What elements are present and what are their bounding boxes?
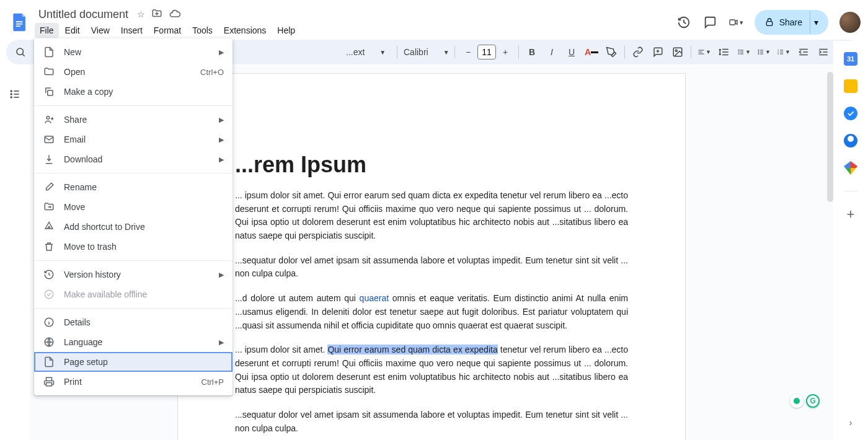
svg-point-7 xyxy=(675,50,677,51)
print-icon xyxy=(43,376,55,388)
history-icon[interactable] xyxy=(676,15,691,30)
grammarly-icon[interactable]: G xyxy=(806,394,820,408)
menu-extensions[interactable]: Extensions xyxy=(219,23,271,38)
font-size-input[interactable] xyxy=(477,45,496,59)
menu-item-shortcut[interactable]: Add shortcut to Drive xyxy=(34,217,232,237)
history-icon xyxy=(43,268,55,281)
menu-item-download[interactable]: Download▶ xyxy=(34,149,232,169)
align-button[interactable]: ▼ xyxy=(695,43,714,61)
meet-icon[interactable]: ▾ xyxy=(728,15,743,30)
indent-decrease-button[interactable] xyxy=(794,43,813,61)
numbered-list-button[interactable]: 123▼ xyxy=(774,43,793,61)
svg-point-5 xyxy=(17,48,24,55)
menu-item-offline: Make available offline xyxy=(34,284,232,304)
doc-heading[interactable]: ...rem Ipsum xyxy=(235,152,628,178)
link-button[interactable] xyxy=(629,43,647,61)
menu-format[interactable]: Format xyxy=(149,23,186,38)
menu-edit[interactable]: Edit xyxy=(60,23,85,38)
search-icon[interactable] xyxy=(11,43,30,61)
menu-item-share[interactable]: Share▶ xyxy=(34,110,232,130)
menu-view[interactable]: View xyxy=(86,23,115,38)
document-title[interactable]: Untitled document xyxy=(35,8,132,21)
highlight-button[interactable] xyxy=(602,43,621,61)
cloud-status-icon[interactable] xyxy=(169,7,181,22)
menu-help[interactable]: Help xyxy=(272,23,300,38)
chevron-right-icon: ▶ xyxy=(219,271,224,279)
menu-item-copy[interactable]: Make a copy xyxy=(34,82,232,102)
share-button[interactable]: Share ▾ xyxy=(755,10,828,35)
doc-link[interactable]: quaerat xyxy=(360,293,389,303)
menubar: File Edit View Insert Format Tools Exten… xyxy=(35,22,676,38)
share-caret-icon[interactable]: ▾ xyxy=(810,11,822,33)
svg-point-19 xyxy=(46,117,50,120)
offline-icon xyxy=(43,288,55,301)
header: Untitled document ☆ File Edit View Inser… xyxy=(0,0,868,40)
svg-rect-3 xyxy=(730,20,735,25)
line-spacing-button[interactable] xyxy=(715,43,733,61)
decrease-font-button[interactable]: − xyxy=(459,43,477,61)
scrollbar[interactable] xyxy=(827,72,833,202)
menu-item-open[interactable]: OpenCtrl+O xyxy=(34,62,232,82)
add-addon-button[interactable]: + xyxy=(844,208,857,221)
menu-tools[interactable]: Tools xyxy=(187,23,218,38)
svg-rect-18 xyxy=(48,90,53,95)
keep-icon[interactable] xyxy=(844,79,857,93)
menu-item-print[interactable]: PrintCtrl+P xyxy=(34,372,232,392)
menu-item-rename[interactable]: Rename xyxy=(34,177,232,197)
assistant-badges[interactable]: G xyxy=(790,394,820,408)
bold-button[interactable]: B xyxy=(523,43,541,61)
page-icon xyxy=(43,356,55,368)
docs-logo[interactable] xyxy=(7,10,32,35)
indent-increase-button[interactable] xyxy=(814,43,833,61)
style-select[interactable]: ...ext▼ xyxy=(343,43,393,61)
add-comment-button[interactable] xyxy=(649,43,667,61)
folder-icon xyxy=(43,66,55,78)
svg-point-17 xyxy=(794,398,800,404)
account-avatar[interactable] xyxy=(839,12,861,33)
paragraph[interactable]: ...sequatur dolor vel amet ipsam sit ass… xyxy=(235,254,628,281)
chevron-right-icon: ▶ xyxy=(219,136,224,144)
maps-icon[interactable] xyxy=(844,161,857,175)
font-select[interactable]: Calibri▼ xyxy=(401,43,451,61)
menu-item-trash[interactable]: Move to trash xyxy=(34,237,232,257)
calendar-icon[interactable]: 31 xyxy=(844,52,857,66)
increase-font-button[interactable]: + xyxy=(496,43,515,61)
info-icon xyxy=(43,316,55,328)
paragraph[interactable]: ... ipsum dolor sit amet. Qui error earu… xyxy=(235,343,628,397)
contacts-icon[interactable] xyxy=(844,134,857,147)
paragraph[interactable]: ... ipsum dolor sit amet. Qui error earu… xyxy=(235,189,628,243)
document-page[interactable]: ...rem Ipsum ... ipsum dolor sit amet. Q… xyxy=(177,73,686,440)
hide-panel-button[interactable]: › xyxy=(849,418,852,428)
menu-item-language[interactable]: Language▶ xyxy=(34,332,232,352)
comment-icon[interactable] xyxy=(702,15,717,30)
chevron-right-icon: ▶ xyxy=(219,48,224,56)
outline-icon[interactable] xyxy=(5,84,25,104)
email-icon xyxy=(43,133,55,146)
chevron-right-icon: ▶ xyxy=(219,338,224,346)
paragraph[interactable]: ...sequatur dolor vel amet ipsam sit ass… xyxy=(235,408,628,435)
menu-insert[interactable]: Insert xyxy=(116,23,148,38)
menu-item-email[interactable]: Email▶ xyxy=(34,130,232,149)
italic-button[interactable]: I xyxy=(542,43,561,61)
svg-point-8 xyxy=(758,50,759,50)
menu-item-history[interactable]: Version history▶ xyxy=(34,265,232,284)
menu-file[interactable]: File xyxy=(35,23,59,38)
bulleted-list-button[interactable]: ▼ xyxy=(755,43,773,61)
svg-point-9 xyxy=(758,51,759,52)
menu-item-new[interactable]: New▶ xyxy=(34,42,232,62)
underline-button[interactable]: U xyxy=(562,43,581,61)
menu-item-move[interactable]: Move xyxy=(34,197,232,217)
insert-image-button[interactable] xyxy=(668,43,687,61)
svg-rect-1 xyxy=(16,24,23,25)
text-color-button[interactable]: A xyxy=(582,43,601,61)
menu-item-details[interactable]: Details xyxy=(34,312,232,332)
menu-item-page-setup[interactable]: Page setup xyxy=(34,352,232,372)
checklist-button[interactable]: ▼ xyxy=(735,43,753,61)
paragraph[interactable]: ...d dolore ut autem autem qui quaerat o… xyxy=(235,292,628,332)
star-icon[interactable]: ☆ xyxy=(137,9,145,19)
selected-text[interactable]: Qui error earum sed quam dicta ex expedi… xyxy=(327,345,497,354)
move-icon[interactable] xyxy=(151,8,162,21)
suggestion-badge[interactable] xyxy=(790,394,804,408)
move-folder-icon xyxy=(43,201,55,213)
tasks-icon[interactable] xyxy=(844,107,857,120)
